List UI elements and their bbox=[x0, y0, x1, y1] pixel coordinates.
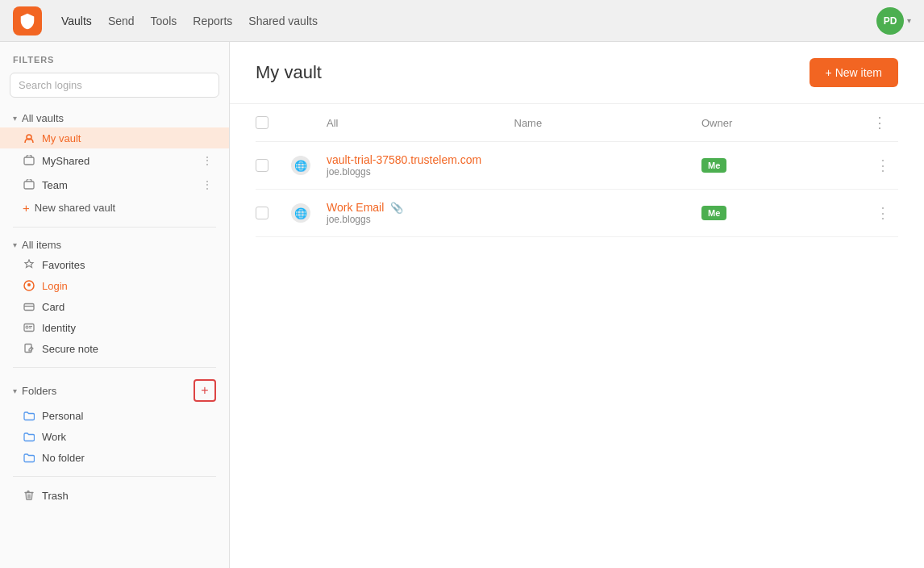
table-col-name: Name bbox=[514, 117, 693, 129]
row-2-more[interactable]: ⋮ bbox=[872, 206, 898, 220]
new-item-button[interactable]: + New item bbox=[810, 58, 898, 87]
nav-shared-vaults[interactable]: Shared vaults bbox=[248, 11, 318, 31]
divider-3 bbox=[13, 476, 216, 477]
row-1-owner: Me bbox=[701, 158, 863, 173]
checkbox-1[interactable] bbox=[256, 159, 268, 172]
favorites-label: Favorites bbox=[42, 259, 216, 271]
sidebar-item-trash[interactable]: Trash bbox=[0, 485, 229, 506]
myshared-more-icon[interactable]: ⋮ bbox=[198, 152, 216, 169]
secure-note-icon bbox=[23, 342, 35, 355]
all-checkbox[interactable] bbox=[256, 116, 268, 129]
table-header: All Name Owner ⋮ bbox=[256, 104, 898, 142]
search-wrap bbox=[0, 73, 229, 109]
login-label: Login bbox=[42, 280, 216, 292]
all-vaults-header[interactable]: ▾ All vaults bbox=[0, 109, 229, 127]
row-1-more[interactable]: ⋮ bbox=[872, 158, 898, 173]
favorites-icon bbox=[23, 258, 35, 271]
my-vault-label: My vault bbox=[42, 132, 216, 144]
sidebar-item-work[interactable]: Work bbox=[0, 426, 229, 447]
no-folder-label: No folder bbox=[42, 452, 216, 464]
svg-point-8 bbox=[26, 326, 28, 328]
app-logo[interactable] bbox=[13, 6, 42, 36]
table-row[interactable]: 🌐 Work Email 📎 joe.bloggs Me ⋮ bbox=[256, 190, 898, 237]
all-items-label: All items bbox=[22, 239, 61, 251]
team-label: Team bbox=[42, 179, 192, 191]
main-content: My vault + New item All Name Owner ⋮ bbox=[230, 42, 924, 568]
all-items-chevron-icon: ▾ bbox=[13, 240, 17, 249]
login-icon bbox=[23, 279, 35, 292]
sidebar-item-my-vault[interactable]: My vault bbox=[0, 127, 229, 148]
globe-icon: 🌐 bbox=[291, 156, 310, 175]
personal-label: Personal bbox=[42, 410, 216, 422]
folders-chevron-icon: ▾ bbox=[13, 386, 17, 395]
topnav-links: Vaults Send Tools Reports Shared vaults bbox=[61, 11, 857, 31]
filters-label: FILTERS bbox=[0, 55, 229, 73]
sidebar-item-secure-note[interactable]: Secure note bbox=[0, 338, 229, 359]
my-vault-icon bbox=[23, 132, 35, 144]
row-2-primary: Work Email 📎 bbox=[327, 201, 692, 214]
table-header-more[interactable]: ⋮ bbox=[872, 114, 898, 132]
sidebar-item-identity[interactable]: Identity bbox=[0, 317, 229, 338]
trash-label: Trash bbox=[42, 490, 216, 502]
svg-rect-5 bbox=[24, 304, 34, 311]
sidebar-item-personal[interactable]: Personal bbox=[0, 405, 229, 426]
divider-2 bbox=[13, 367, 216, 368]
main-header: My vault + New item bbox=[230, 42, 924, 104]
add-folder-button[interactable]: + bbox=[194, 379, 216, 402]
new-shared-vault[interactable]: + New shared vault bbox=[0, 197, 229, 219]
team-more-icon[interactable]: ⋮ bbox=[198, 177, 216, 193]
sidebar: FILTERS ▾ All vaults My vault MyShared ⋮ bbox=[0, 42, 230, 568]
sidebar-item-login[interactable]: Login bbox=[0, 275, 229, 296]
row-2-owner: Me bbox=[701, 206, 863, 220]
nav-tools[interactable]: Tools bbox=[151, 11, 177, 31]
nav-vaults[interactable]: Vaults bbox=[61, 11, 92, 31]
sidebar-item-card[interactable]: Card bbox=[0, 296, 229, 317]
table-row[interactable]: 🌐 vault-trial-37580.trustelem.com joe.bl… bbox=[256, 142, 898, 190]
card-icon bbox=[23, 300, 35, 313]
sidebar-item-team[interactable]: Team ⋮ bbox=[0, 173, 229, 197]
row-1-checkbox[interactable] bbox=[256, 159, 281, 172]
user-avatar-wrap[interactable]: PD ▾ bbox=[876, 7, 911, 35]
card-label: Card bbox=[42, 301, 216, 313]
all-items-header[interactable]: ▾ All items bbox=[0, 236, 229, 254]
row-1-icon: 🌐 bbox=[291, 156, 317, 175]
folders-header[interactable]: ▾ Folders + bbox=[0, 376, 229, 405]
row-2-owner-badge: Me bbox=[701, 206, 726, 220]
sidebar-item-no-folder[interactable]: No folder bbox=[0, 447, 229, 468]
row-1-primary: vault-trial-37580.trustelem.com bbox=[327, 153, 692, 166]
page-title: My vault bbox=[256, 62, 810, 83]
nav-send[interactable]: Send bbox=[108, 11, 135, 31]
identity-icon bbox=[23, 321, 35, 334]
row-2-more-icon[interactable]: ⋮ bbox=[872, 203, 893, 223]
row-2-icon: 🌐 bbox=[291, 203, 317, 223]
vault-table: All Name Owner ⋮ 🌐 vault-trial-37580.tru… bbox=[230, 104, 924, 568]
svg-point-4 bbox=[27, 283, 31, 286]
team-icon bbox=[23, 178, 35, 191]
globe-icon-2: 🌐 bbox=[291, 203, 310, 223]
divider-1 bbox=[13, 227, 216, 228]
myshared-icon bbox=[23, 154, 35, 167]
row-2-name-text: Work Email bbox=[327, 201, 384, 214]
work-folder-icon bbox=[23, 430, 35, 443]
avatar-caret-icon: ▾ bbox=[907, 16, 911, 25]
topnav: Vaults Send Tools Reports Shared vaults … bbox=[0, 0, 924, 42]
personal-folder-icon bbox=[23, 409, 35, 422]
row-2-name: Work Email 📎 joe.bloggs bbox=[327, 201, 692, 225]
search-input[interactable] bbox=[10, 73, 219, 98]
attachment-icon: 📎 bbox=[390, 202, 403, 214]
trash-icon bbox=[23, 489, 35, 502]
row-2-secondary: joe.bloggs bbox=[327, 214, 692, 225]
row-2-checkbox[interactable] bbox=[256, 207, 281, 219]
row-1-more-icon[interactable]: ⋮ bbox=[872, 156, 893, 175]
work-label: Work bbox=[42, 431, 216, 443]
checkbox-2[interactable] bbox=[256, 207, 268, 219]
secure-note-label: Secure note bbox=[42, 343, 216, 355]
no-folder-icon bbox=[23, 451, 35, 464]
table-col-all: All bbox=[327, 117, 505, 129]
all-vaults-chevron-icon: ▾ bbox=[13, 114, 17, 123]
nav-reports[interactable]: Reports bbox=[193, 11, 232, 31]
myshared-label: MyShared bbox=[42, 155, 192, 167]
sidebar-item-myshared[interactable]: MyShared ⋮ bbox=[0, 148, 229, 173]
select-all-checkbox[interactable] bbox=[256, 116, 281, 129]
sidebar-item-favorites[interactable]: Favorites bbox=[0, 254, 229, 275]
